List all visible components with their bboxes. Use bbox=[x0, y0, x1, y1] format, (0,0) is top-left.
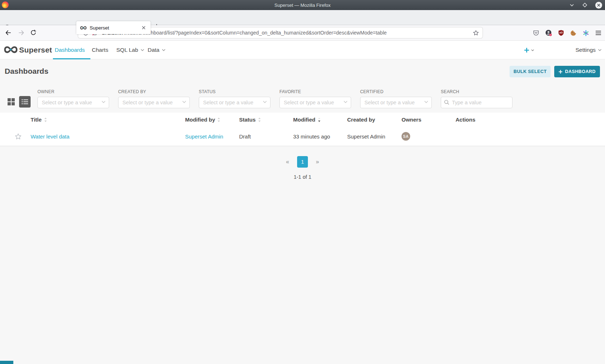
firefox-logo-icon bbox=[2, 1, 9, 8]
created-by-select-input[interactable] bbox=[118, 97, 190, 108]
sort-icon bbox=[258, 117, 261, 122]
plus-icon bbox=[524, 47, 529, 53]
prev-page-button[interactable]: « bbox=[286, 159, 289, 165]
plus-icon bbox=[559, 70, 563, 74]
nav-active-underline bbox=[53, 58, 90, 59]
created-by-select[interactable] bbox=[118, 97, 190, 108]
table-row: Water level data Superset Admin Draft 33… bbox=[0, 127, 605, 146]
filter-label: OWNER bbox=[37, 89, 109, 94]
filter-certified: CERTIFIED bbox=[360, 89, 432, 108]
status-select-input[interactable] bbox=[199, 97, 270, 108]
search-input[interactable] bbox=[441, 97, 512, 108]
status-cell: Draft bbox=[239, 133, 293, 140]
favorite-star-icon[interactable] bbox=[15, 133, 22, 140]
list-view-icon[interactable] bbox=[19, 96, 31, 108]
menu-hamburger-icon[interactable] bbox=[595, 30, 601, 36]
owner-select[interactable] bbox=[37, 97, 109, 108]
asterisk-extension-icon[interactable] bbox=[583, 30, 589, 36]
column-header-status[interactable]: Status bbox=[239, 117, 293, 123]
filter-search: SEARCH bbox=[441, 89, 512, 108]
pagination: « 1 » bbox=[0, 156, 605, 168]
modified-cell: 33 minutes ago bbox=[293, 133, 347, 140]
caret-down-icon bbox=[141, 49, 144, 51]
owner-avatar[interactable]: SA bbox=[402, 132, 410, 141]
row-count-summary: 1-1 of 1 bbox=[0, 174, 605, 180]
tab-title: Superset bbox=[90, 25, 140, 31]
bulk-select-button[interactable]: BULK SELECT bbox=[510, 66, 551, 77]
filter-status: STATUS bbox=[199, 89, 270, 108]
filter-label: CERTIFIED bbox=[360, 89, 432, 94]
svg-text:uO: uO bbox=[559, 31, 563, 34]
column-header-modified[interactable]: Modified bbox=[293, 117, 347, 123]
filter-owner: OWNER bbox=[37, 89, 109, 108]
column-header-created-by: Created by bbox=[347, 117, 402, 123]
page-title: Dashboards bbox=[5, 67, 48, 76]
dashboards-table: Title Modified by Status Modified bbox=[0, 113, 605, 146]
maximize-icon[interactable] bbox=[582, 3, 587, 8]
created-by-cell: Superset Admin bbox=[347, 133, 402, 140]
table-header-row: Title Modified by Status Modified bbox=[0, 113, 605, 127]
new-dashboard-button[interactable]: DASHBOARD bbox=[554, 66, 600, 77]
dashboard-title-link[interactable]: Water level data bbox=[31, 133, 70, 140]
search-box[interactable] bbox=[441, 97, 512, 108]
column-header-actions: Actions bbox=[456, 117, 605, 123]
card-view-icon[interactable] bbox=[7, 98, 15, 106]
tab-bar: Apache Druid Superset bbox=[0, 10, 605, 25]
nav-data[interactable]: Data bbox=[148, 41, 165, 59]
account-extension-icon[interactable] bbox=[545, 29, 552, 36]
filter-label: SEARCH bbox=[441, 89, 512, 94]
caret-down-icon bbox=[162, 49, 165, 51]
superset-favicon bbox=[80, 26, 87, 30]
ublock-origin-icon[interactable]: uO bbox=[558, 30, 564, 36]
filter-created-by: CREATED BY bbox=[118, 89, 190, 108]
browser-status-strip bbox=[0, 361, 13, 364]
favorite-select[interactable] bbox=[279, 97, 351, 108]
favorite-cell bbox=[6, 133, 31, 140]
modified-by-link[interactable]: Superset Admin bbox=[185, 133, 223, 140]
certified-select[interactable] bbox=[360, 97, 432, 108]
window-title: Superset — Mozilla Firefox bbox=[0, 3, 605, 8]
filter-label: FAVORITE bbox=[279, 89, 351, 94]
app-navbar: Superset Dashboards Charts SQL Lab Data bbox=[0, 41, 605, 59]
brand-name[interactable]: Superset bbox=[19, 46, 52, 54]
cookie-extension-icon[interactable] bbox=[570, 30, 577, 36]
reload-icon[interactable] bbox=[30, 29, 36, 36]
superset-logo-icon[interactable] bbox=[4, 45, 18, 54]
page-1-button[interactable]: 1 bbox=[297, 156, 308, 168]
caret-down-icon bbox=[598, 49, 601, 51]
column-header-modified-by[interactable]: Modified by bbox=[185, 117, 239, 123]
sort-icon bbox=[44, 117, 47, 122]
screen: Superset — Mozilla Firefox Apache D bbox=[0, 0, 605, 364]
url-path: :32251/dashboard/list/?pageIndex=0&sortC… bbox=[126, 30, 387, 36]
back-icon[interactable] bbox=[5, 29, 12, 36]
forward-icon[interactable] bbox=[18, 29, 24, 36]
nav-sql-lab[interactable]: SQL Lab bbox=[116, 41, 144, 59]
tab-close-icon[interactable] bbox=[140, 24, 147, 31]
column-header-title[interactable]: Title bbox=[31, 117, 185, 123]
favorite-select-input[interactable] bbox=[279, 97, 351, 108]
bookmark-star-icon[interactable] bbox=[473, 30, 479, 36]
owner-select-input[interactable] bbox=[37, 97, 109, 108]
tab-superset[interactable]: Superset bbox=[76, 21, 151, 34]
pocket-icon[interactable] bbox=[533, 30, 539, 36]
settings-menu[interactable]: Settings bbox=[575, 41, 601, 59]
sort-icon bbox=[217, 117, 220, 122]
new-item-menu[interactable] bbox=[524, 41, 534, 59]
sort-desc-icon bbox=[318, 117, 321, 122]
status-select[interactable] bbox=[199, 97, 270, 108]
url-text: 172.18.0.4:32251/dashboard/list/?pageInd… bbox=[102, 30, 469, 36]
nav-dashboards[interactable]: Dashboards bbox=[55, 41, 85, 59]
close-icon[interactable] bbox=[595, 2, 602, 9]
caret-down-icon bbox=[531, 49, 534, 51]
filter-favorite: FAVORITE bbox=[279, 89, 351, 108]
filter-label: STATUS bbox=[199, 89, 270, 94]
filter-label: CREATED BY bbox=[118, 89, 190, 94]
nav-charts[interactable]: Charts bbox=[92, 41, 108, 59]
certified-select-input[interactable] bbox=[360, 97, 432, 108]
column-header-owners: Owners bbox=[402, 117, 456, 123]
window-titlebar: Superset — Mozilla Firefox bbox=[0, 0, 605, 10]
next-page-button[interactable]: » bbox=[316, 159, 319, 165]
minimize-icon[interactable] bbox=[569, 3, 574, 8]
